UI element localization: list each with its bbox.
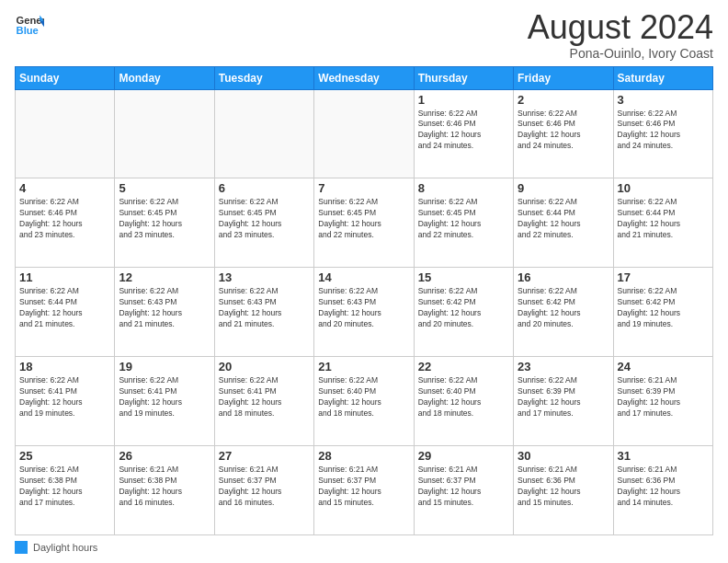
day-info: Sunrise: 6:22 AM Sunset: 6:43 PM Dayligh… xyxy=(219,286,310,330)
day-number: 29 xyxy=(418,449,509,463)
calendar-cell: 12Sunrise: 6:22 AM Sunset: 6:43 PM Dayli… xyxy=(115,268,214,357)
calendar-title: August 2024 xyxy=(528,9,713,46)
header: General Blue August 2024 Pona-Ouinlo, Iv… xyxy=(15,9,713,61)
calendar-cell: 21Sunrise: 6:22 AM Sunset: 6:40 PM Dayli… xyxy=(314,357,414,446)
day-number: 12 xyxy=(119,270,210,284)
day-info: Sunrise: 6:21 AM Sunset: 6:37 PM Dayligh… xyxy=(418,465,509,509)
calendar-cell: 1Sunrise: 6:22 AM Sunset: 6:46 PM Daylig… xyxy=(414,89,513,178)
day-number: 25 xyxy=(19,449,110,463)
calendar-cell: 14Sunrise: 6:22 AM Sunset: 6:43 PM Dayli… xyxy=(314,268,414,357)
calendar-cell xyxy=(16,89,115,178)
day-info: Sunrise: 6:22 AM Sunset: 6:43 PM Dayligh… xyxy=(318,286,409,330)
day-number: 24 xyxy=(618,360,709,373)
calendar-cell: 16Sunrise: 6:22 AM Sunset: 6:42 PM Dayli… xyxy=(514,268,613,357)
day-info: Sunrise: 6:22 AM Sunset: 6:40 PM Dayligh… xyxy=(318,375,409,419)
day-number: 17 xyxy=(618,270,709,284)
day-number: 10 xyxy=(618,181,709,195)
calendar-cell: 26Sunrise: 6:21 AM Sunset: 6:38 PM Dayli… xyxy=(115,446,214,535)
day-info: Sunrise: 6:21 AM Sunset: 6:36 PM Dayligh… xyxy=(618,465,709,509)
day-number: 28 xyxy=(318,449,409,463)
day-number: 20 xyxy=(219,360,310,373)
calendar-cell: 19Sunrise: 6:22 AM Sunset: 6:41 PM Dayli… xyxy=(115,357,214,446)
day-info: Sunrise: 6:22 AM Sunset: 6:41 PM Dayligh… xyxy=(19,375,110,419)
calendar-cell: 15Sunrise: 6:22 AM Sunset: 6:42 PM Dayli… xyxy=(414,268,513,357)
calendar-cell: 17Sunrise: 6:22 AM Sunset: 6:42 PM Dayli… xyxy=(613,268,712,357)
day-info: Sunrise: 6:21 AM Sunset: 6:37 PM Dayligh… xyxy=(318,465,409,509)
col-wednesday: Wednesday xyxy=(314,66,414,89)
calendar-week-3: 18Sunrise: 6:22 AM Sunset: 6:41 PM Dayli… xyxy=(16,357,713,446)
page: General Blue August 2024 Pona-Ouinlo, Iv… xyxy=(0,0,728,563)
day-number: 18 xyxy=(19,360,110,373)
day-info: Sunrise: 6:22 AM Sunset: 6:41 PM Dayligh… xyxy=(219,375,310,419)
col-monday: Monday xyxy=(115,66,214,89)
calendar-cell: 10Sunrise: 6:22 AM Sunset: 6:44 PM Dayli… xyxy=(613,178,712,268)
calendar-cell: 30Sunrise: 6:21 AM Sunset: 6:36 PM Dayli… xyxy=(514,446,613,535)
calendar-week-1: 4Sunrise: 6:22 AM Sunset: 6:46 PM Daylig… xyxy=(16,178,713,268)
day-number: 6 xyxy=(219,181,310,195)
calendar-cell: 29Sunrise: 6:21 AM Sunset: 6:37 PM Dayli… xyxy=(414,446,513,535)
col-tuesday: Tuesday xyxy=(214,66,313,89)
calendar-cell: 2Sunrise: 6:22 AM Sunset: 6:46 PM Daylig… xyxy=(514,89,613,178)
title-block: August 2024 Pona-Ouinlo, Ivory Coast xyxy=(528,9,713,61)
calendar-cell: 13Sunrise: 6:22 AM Sunset: 6:43 PM Dayli… xyxy=(214,268,313,357)
calendar-cell: 6Sunrise: 6:22 AM Sunset: 6:45 PM Daylig… xyxy=(214,178,313,268)
day-info: Sunrise: 6:21 AM Sunset: 6:39 PM Dayligh… xyxy=(618,375,709,419)
day-number: 26 xyxy=(119,449,210,463)
calendar-cell: 28Sunrise: 6:21 AM Sunset: 6:37 PM Dayli… xyxy=(314,446,414,535)
day-info: Sunrise: 6:22 AM Sunset: 6:44 PM Dayligh… xyxy=(518,197,609,241)
day-info: Sunrise: 6:22 AM Sunset: 6:45 PM Dayligh… xyxy=(418,197,509,241)
calendar-cell xyxy=(115,89,214,178)
day-number: 30 xyxy=(518,449,609,463)
day-number: 7 xyxy=(318,181,409,195)
day-number: 16 xyxy=(518,270,609,284)
col-sunday: Sunday xyxy=(16,66,115,89)
calendar-cell: 18Sunrise: 6:22 AM Sunset: 6:41 PM Dayli… xyxy=(16,357,115,446)
calendar-subtitle: Pona-Ouinlo, Ivory Coast xyxy=(528,46,713,61)
day-info: Sunrise: 6:22 AM Sunset: 6:46 PM Dayligh… xyxy=(618,109,709,153)
col-thursday: Thursday xyxy=(414,66,513,89)
col-friday: Friday xyxy=(514,66,613,89)
calendar-cell: 25Sunrise: 6:21 AM Sunset: 6:38 PM Dayli… xyxy=(16,446,115,535)
day-info: Sunrise: 6:22 AM Sunset: 6:44 PM Dayligh… xyxy=(19,286,110,330)
header-row: Sunday Monday Tuesday Wednesday Thursday… xyxy=(16,66,713,89)
calendar-week-0: 1Sunrise: 6:22 AM Sunset: 6:46 PM Daylig… xyxy=(16,89,713,178)
day-info: Sunrise: 6:22 AM Sunset: 6:46 PM Dayligh… xyxy=(418,109,509,153)
day-info: Sunrise: 6:22 AM Sunset: 6:45 PM Dayligh… xyxy=(219,197,310,241)
day-info: Sunrise: 6:21 AM Sunset: 6:37 PM Dayligh… xyxy=(219,465,310,509)
calendar-cell: 9Sunrise: 6:22 AM Sunset: 6:44 PM Daylig… xyxy=(514,178,613,268)
day-number: 2 xyxy=(518,93,609,107)
calendar-cell: 5Sunrise: 6:22 AM Sunset: 6:45 PM Daylig… xyxy=(115,178,214,268)
day-info: Sunrise: 6:22 AM Sunset: 6:42 PM Dayligh… xyxy=(418,286,509,330)
day-info: Sunrise: 6:22 AM Sunset: 6:41 PM Dayligh… xyxy=(119,375,210,419)
svg-text:Blue: Blue xyxy=(17,25,39,36)
calendar-cell: 31Sunrise: 6:21 AM Sunset: 6:36 PM Dayli… xyxy=(613,446,712,535)
calendar-week-2: 11Sunrise: 6:22 AM Sunset: 6:44 PM Dayli… xyxy=(16,268,713,357)
day-info: Sunrise: 6:21 AM Sunset: 6:36 PM Dayligh… xyxy=(518,465,609,509)
legend-label: Daylight hours xyxy=(33,542,97,553)
calendar-cell: 4Sunrise: 6:22 AM Sunset: 6:46 PM Daylig… xyxy=(16,178,115,268)
calendar-cell xyxy=(314,89,414,178)
day-info: Sunrise: 6:22 AM Sunset: 6:45 PM Dayligh… xyxy=(119,197,210,241)
day-number: 1 xyxy=(418,93,509,107)
logo: General Blue xyxy=(15,9,44,39)
day-info: Sunrise: 6:22 AM Sunset: 6:42 PM Dayligh… xyxy=(618,286,709,330)
day-number: 27 xyxy=(219,449,310,463)
day-number: 19 xyxy=(119,360,210,373)
day-number: 8 xyxy=(418,181,509,195)
day-number: 5 xyxy=(119,181,210,195)
day-info: Sunrise: 6:22 AM Sunset: 6:42 PM Dayligh… xyxy=(518,286,609,330)
day-info: Sunrise: 6:22 AM Sunset: 6:46 PM Dayligh… xyxy=(518,109,609,153)
day-number: 15 xyxy=(418,270,509,284)
calendar-cell: 20Sunrise: 6:22 AM Sunset: 6:41 PM Dayli… xyxy=(214,357,313,446)
calendar-cell: 11Sunrise: 6:22 AM Sunset: 6:44 PM Dayli… xyxy=(16,268,115,357)
calendar-cell xyxy=(214,89,313,178)
day-info: Sunrise: 6:22 AM Sunset: 6:45 PM Dayligh… xyxy=(318,197,409,241)
day-number: 23 xyxy=(518,360,609,373)
day-number: 9 xyxy=(518,181,609,195)
day-info: Sunrise: 6:22 AM Sunset: 6:40 PM Dayligh… xyxy=(418,375,509,419)
day-number: 21 xyxy=(318,360,409,373)
calendar-cell: 27Sunrise: 6:21 AM Sunset: 6:37 PM Dayli… xyxy=(214,446,313,535)
day-number: 22 xyxy=(418,360,509,373)
day-info: Sunrise: 6:22 AM Sunset: 6:43 PM Dayligh… xyxy=(119,286,210,330)
calendar-cell: 8Sunrise: 6:22 AM Sunset: 6:45 PM Daylig… xyxy=(414,178,513,268)
